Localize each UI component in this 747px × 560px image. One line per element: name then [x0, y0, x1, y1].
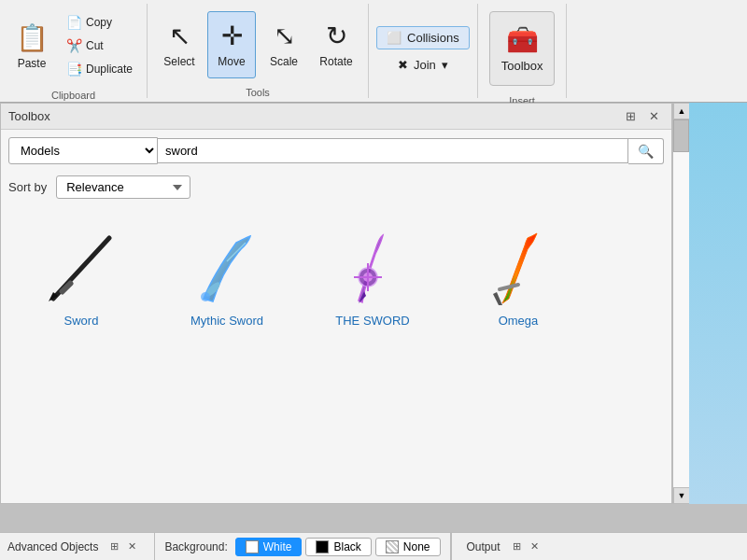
duplicate-button[interactable]: 📑 Duplicate [60, 58, 139, 80]
white-background-button[interactable]: White [235, 538, 303, 556]
copy-icon: 📄 [66, 15, 82, 30]
join-button[interactable]: ✖ Join ▾ [388, 53, 458, 77]
scroll-up-button[interactable]: ▲ [673, 103, 690, 119]
copy-button[interactable]: 📄 Copy [60, 11, 139, 34]
tools-buttons: ↖ Select ✛ Move ⤡ Scale ↻ Rotate [155, 4, 360, 85]
black-label: Black [333, 540, 360, 553]
close-button[interactable]: ✕ [644, 107, 664, 125]
advanced-objects-pin-btn[interactable]: ⊞ [107, 539, 121, 553]
tools-group: ↖ Select ✛ Move ⤡ Scale ↻ Rotate Tools [148, 4, 369, 98]
toolbox-titlebar: Toolbox ⊞ ✕ [1, 104, 671, 130]
sword-label: Sword [64, 314, 99, 328]
pin-button[interactable]: ⊞ [621, 107, 641, 125]
background-label: Background: [164, 540, 227, 553]
sort-label: Sort by [8, 180, 47, 194]
scroll-down-button[interactable]: ▼ [673, 487, 690, 504]
black-background-button[interactable]: Black [305, 538, 371, 556]
item-sword[interactable]: Sword [16, 217, 147, 336]
paste-button[interactable]: 📋 Paste [7, 12, 56, 79]
search-input[interactable] [158, 138, 628, 163]
background-selector: Background: White Black None [155, 533, 450, 560]
white-label: White [263, 540, 292, 553]
output-controls: ⊞ ✕ [510, 539, 542, 553]
advanced-objects-controls: ⊞ ✕ [107, 539, 139, 553]
select-button[interactable]: ↖ Select [155, 11, 204, 78]
svg-point-4 [201, 292, 210, 301]
copy-label: Copy [86, 16, 112, 29]
mythic-sword-icon-container [180, 226, 274, 310]
bottom-bar-left: Advanced Objects ⊞ ✕ [7, 533, 155, 560]
scale-button[interactable]: ⤡ Scale [260, 11, 308, 78]
paste-label: Paste [18, 57, 47, 70]
clipboard-buttons: 📋 Paste 📄 Copy ✂️ Cut 📑 Duplicate [7, 4, 139, 88]
cut-icon: ✂️ [66, 38, 82, 53]
collisions-button[interactable]: ⬜ Collisions [376, 26, 470, 49]
svg-line-11 [500, 285, 518, 289]
titlebar-controls: ⊞ ✕ [621, 107, 664, 125]
tools-group-label: Tools [246, 85, 270, 98]
svg-marker-12 [493, 292, 502, 305]
collisions-label: Collisions [407, 31, 459, 45]
black-swatch [316, 540, 329, 553]
mythic-sword-svg [185, 229, 269, 308]
join-icon: ✖ [398, 58, 408, 72]
collisions-icon: ⬜ [387, 31, 402, 45]
select-label: Select [163, 55, 194, 68]
toolbox-label: Toolbox [501, 59, 543, 73]
item-mythic-sword[interactable]: Mythic Sword [162, 217, 292, 336]
vertical-scrollbar[interactable]: ▲ ▼ [672, 103, 689, 504]
item-the-sword[interactable]: THE SWORD [307, 217, 438, 336]
toolbox-icon: 🧰 [506, 24, 539, 55]
insert-buttons: 🧰 Toolbox [486, 4, 559, 93]
category-select[interactable]: Models Decals Meshes [8, 137, 158, 164]
advanced-objects-title: Advanced Objects [7, 540, 98, 553]
move-label: Move [218, 55, 245, 68]
sword-svg [39, 229, 123, 308]
none-background-button[interactable]: None [375, 538, 441, 556]
bottom-bar: Advanced Objects ⊞ ✕ Background: White B… [0, 532, 747, 560]
move-button[interactable]: ✛ Move [207, 11, 256, 78]
omega-icon-container [472, 226, 565, 310]
output-close-btn[interactable]: ✕ [528, 539, 542, 553]
mythic-sword-label: Mythic Sword [190, 314, 263, 328]
clipboard-small-btns: 📄 Copy ✂️ Cut 📑 Duplicate [60, 7, 139, 84]
sky-area [689, 103, 747, 504]
search-button[interactable]: 🔍 [628, 138, 664, 164]
toolbox-button[interactable]: 🧰 Toolbox [489, 11, 556, 86]
none-label: None [403, 540, 430, 553]
main-content: Toolbox ⊞ ✕ Models Decals Meshes 🔍 Sort … [0, 103, 747, 504]
toolbox-panel: Toolbox ⊞ ✕ Models Decals Meshes 🔍 Sort … [0, 103, 672, 504]
advanced-objects-close-btn[interactable]: ✕ [125, 539, 139, 553]
the-sword-svg [331, 226, 415, 310]
sword-icon-container [35, 226, 128, 310]
search-row: Models Decals Meshes 🔍 [1, 130, 671, 172]
join-dropdown-icon: ▾ [442, 58, 448, 72]
item-omega[interactable]: Omega [453, 217, 584, 336]
output-title: Output [467, 540, 500, 553]
none-swatch [386, 540, 399, 553]
omega-svg [476, 229, 560, 308]
duplicate-icon: 📑 [66, 62, 82, 77]
scale-label: Scale [270, 55, 298, 68]
clipboard-group-label: Clipboard [51, 88, 95, 101]
cut-button[interactable]: ✂️ Cut [60, 35, 139, 57]
sort-select[interactable]: Relevance Most Visited Recently Updated … [56, 175, 190, 199]
scroll-thumb[interactable] [673, 119, 689, 152]
the-sword-icon-container [326, 226, 419, 310]
rotate-label: Rotate [319, 55, 352, 68]
scale-icon: ⤡ [274, 21, 295, 51]
clipboard-group: 📋 Paste 📄 Copy ✂️ Cut 📑 Duplicate Clipbo… [0, 4, 148, 98]
move-icon: ✛ [221, 21, 243, 51]
toolbox-title: Toolbox [8, 109, 50, 123]
items-grid: Sword [1, 210, 671, 343]
cut-label: Cut [86, 39, 104, 52]
output-pin-btn[interactable]: ⊞ [510, 539, 524, 553]
output-section: Output ⊞ ✕ [451, 533, 542, 560]
sort-row: Sort by Relevance Most Visited Recently … [1, 172, 671, 210]
select-icon: ↖ [169, 21, 190, 51]
the-sword-label: THE SWORD [335, 314, 409, 328]
rotate-button[interactable]: ↻ Rotate [312, 11, 360, 78]
insert-group: 🧰 Toolbox Insert [478, 4, 568, 98]
collisions-group: ⬜ Collisions ✖ Join ▾ [369, 4, 478, 98]
duplicate-label: Duplicate [86, 63, 133, 76]
